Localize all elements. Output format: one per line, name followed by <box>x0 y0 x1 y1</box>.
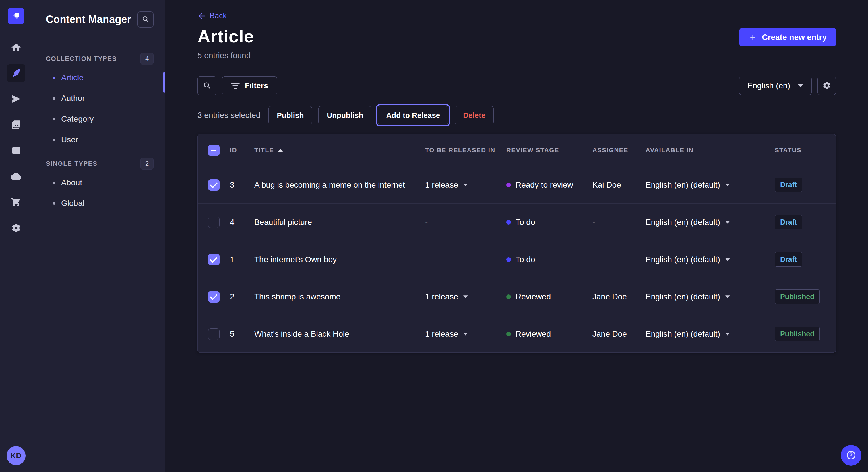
released-cell[interactable]: 1 release <box>425 330 506 339</box>
available-in-cell[interactable]: English (en) (default) <box>646 255 775 264</box>
sidebar-item-author[interactable]: Author <box>32 88 165 109</box>
row-checkbox[interactable] <box>208 291 220 303</box>
col-header-title[interactable]: TITLE <box>254 146 425 154</box>
page-title: Article <box>197 26 254 46</box>
logo-block <box>0 0 32 32</box>
single-types-list: About Global <box>32 172 165 214</box>
row-checkbox[interactable] <box>208 328 220 340</box>
filters-button[interactable]: Filters <box>222 76 277 95</box>
id-cell: 2 <box>230 292 254 301</box>
releases-icon[interactable] <box>7 90 25 108</box>
sidebar-item-label: Article <box>61 73 84 82</box>
sidebar-item-article[interactable]: Article <box>32 67 165 88</box>
table-row[interactable]: 4 Beautiful picture - To do - English (e… <box>198 203 836 241</box>
col-header-available[interactable]: AVAILABLE IN <box>646 146 775 154</box>
released-cell[interactable]: 1 release <box>425 180 506 190</box>
content-manager-icon[interactable] <box>7 64 25 82</box>
primary-sidebar: KD <box>0 0 32 472</box>
sidebar-item-label: User <box>61 135 78 144</box>
back-label: Back <box>210 11 227 20</box>
search-icon <box>142 15 150 24</box>
release-caret-icon[interactable] <box>463 333 468 336</box>
col-header-status[interactable]: STATUS <box>775 146 836 154</box>
review-stage-dot <box>506 332 511 336</box>
row-checkbox[interactable] <box>208 216 220 228</box>
filters-label: Filters <box>245 81 268 90</box>
available-in-cell[interactable]: English (en) (default) <box>646 217 775 227</box>
table-row[interactable]: 2 This shrimp is awesome 1 release Revie… <box>198 278 836 315</box>
col-header-review[interactable]: REVIEW STAGE <box>506 146 592 154</box>
view-settings-button[interactable] <box>817 76 836 95</box>
sidebar-footer: KD <box>0 440 32 472</box>
locale-caret-icon[interactable] <box>725 221 730 224</box>
settings-gear-icon[interactable] <box>7 219 25 237</box>
delete-button[interactable]: Delete <box>455 106 494 125</box>
add-to-release-button[interactable]: Add to Release <box>378 106 448 125</box>
released-cell[interactable]: - <box>425 255 506 264</box>
locale-caret-icon[interactable] <box>725 333 730 336</box>
sidebar-item-label: Global <box>61 199 84 208</box>
released-cell[interactable]: 1 release <box>425 292 506 301</box>
gear-icon <box>823 81 831 91</box>
select-all-checkbox[interactable] <box>208 144 220 156</box>
create-new-entry-button[interactable]: Create new entry <box>739 28 836 46</box>
main-content: Back Article Create new entry 5 entries … <box>165 0 868 472</box>
search-icon <box>203 81 211 91</box>
id-cell: 4 <box>230 217 254 227</box>
table-row[interactable]: 5 What's inside a Black Hole 1 release R… <box>198 315 836 352</box>
collection-types-label: COLLECTION TYPES <box>46 55 117 63</box>
entries-count-subtitle: 5 entries found <box>197 51 836 60</box>
status-badge: Draft <box>775 177 802 192</box>
bullet-icon <box>53 76 55 79</box>
sort-ascending-icon[interactable] <box>278 149 283 152</box>
status-badge: Draft <box>775 252 802 267</box>
help-button[interactable] <box>841 445 861 466</box>
col-header-id[interactable]: ID <box>230 146 254 154</box>
status-badge: Draft <box>775 215 802 229</box>
publish-button[interactable]: Publish <box>268 106 312 125</box>
unpublish-button[interactable]: Unpublish <box>318 106 371 125</box>
id-cell: 3 <box>230 180 254 190</box>
col-header-assignee[interactable]: ASSIGNEE <box>592 146 646 154</box>
content-type-builder-icon[interactable] <box>7 141 25 160</box>
bullet-icon <box>53 118 55 121</box>
user-avatar[interactable]: KD <box>7 446 26 465</box>
sidebar-item-global[interactable]: Global <box>32 193 165 214</box>
search-entries-button[interactable] <box>197 76 216 95</box>
selection-count-text: 3 entries selected <box>197 111 260 120</box>
available-in-cell[interactable]: English (en) (default) <box>646 330 775 339</box>
locale-caret-icon[interactable] <box>725 258 730 261</box>
row-checkbox[interactable] <box>208 254 220 265</box>
available-in-cell[interactable]: English (en) (default) <box>646 292 775 301</box>
release-caret-icon[interactable] <box>463 295 468 298</box>
back-link[interactable]: Back <box>197 11 227 20</box>
table-header-row: ID TITLE TO BE RELEASED IN REVIEW STAGE … <box>198 134 836 166</box>
sidebar-item-about[interactable]: About <box>32 172 165 193</box>
table-row[interactable]: 3 A bug is becoming a meme on the intern… <box>198 166 836 203</box>
table-row[interactable]: 1 The internet's Own boy - To do - Engli… <box>198 241 836 278</box>
sidebar-item-category[interactable]: Category <box>32 109 165 129</box>
assignee-cell: - <box>592 217 646 227</box>
single-types-label: SINGLE TYPES <box>46 160 97 167</box>
locale-select[interactable]: English (en) <box>739 76 812 95</box>
create-new-entry-label: Create new entry <box>762 33 827 42</box>
title-cell: What's inside a Black Hole <box>254 330 425 339</box>
home-icon[interactable] <box>7 38 25 57</box>
review-stage-cell: To do <box>506 255 592 264</box>
cloud-icon[interactable] <box>7 167 25 186</box>
status-badge: Published <box>775 327 820 341</box>
back-arrow-icon <box>197 12 206 20</box>
marketplace-cart-icon[interactable] <box>7 193 25 211</box>
release-caret-icon[interactable] <box>463 183 468 187</box>
sidebar-item-label: Author <box>61 94 85 103</box>
row-checkbox[interactable] <box>208 179 220 191</box>
released-cell[interactable]: - <box>425 217 506 227</box>
locale-caret-icon[interactable] <box>725 183 730 187</box>
available-in-cell[interactable]: English (en) (default) <box>646 180 775 190</box>
strapi-logo[interactable] <box>8 8 24 24</box>
media-library-icon[interactable] <box>7 115 25 134</box>
sidebar-search-button[interactable] <box>137 11 154 28</box>
col-header-released[interactable]: TO BE RELEASED IN <box>425 146 506 154</box>
locale-caret-icon[interactable] <box>725 295 730 298</box>
sidebar-item-user[interactable]: User <box>32 129 165 150</box>
